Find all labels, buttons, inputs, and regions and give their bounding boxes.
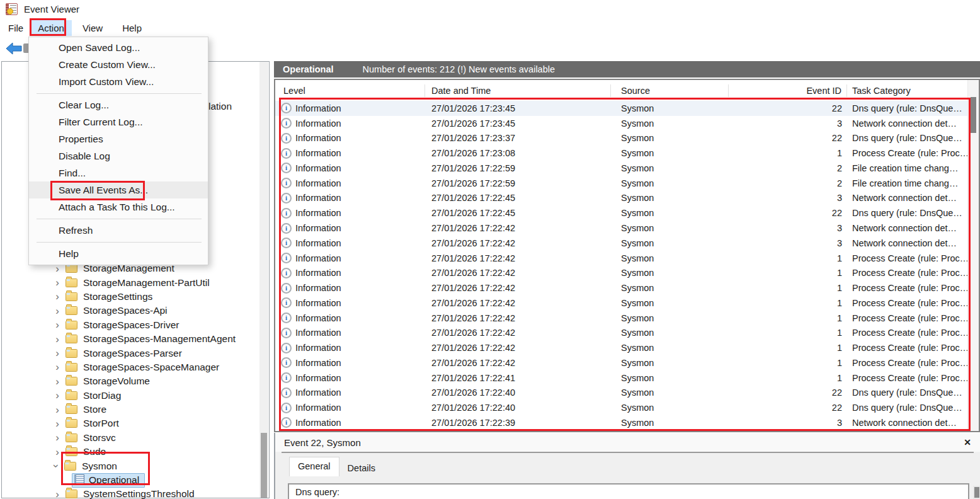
tab-details[interactable]: Details — [339, 461, 384, 476]
preview-scrollbar[interactable] — [973, 486, 980, 499]
table-row[interactable]: iInformation27/01/2026 17:22:45Sysmon22D… — [275, 205, 968, 221]
menu-item-attach-a-task-to-this-log[interactable]: Attach a Task To this Log... — [29, 198, 208, 215]
table-row[interactable]: iInformation27/01/2026 17:23:45Sysmon22D… — [275, 101, 968, 116]
menubar-item-help[interactable]: Help — [115, 20, 149, 36]
tree-item-systemsettingsthreshold[interactable]: ›SystemSettingsThreshold — [2, 487, 259, 499]
log-file-icon — [74, 474, 84, 485]
table-row[interactable]: iInformation27/01/2026 17:22:59Sysmon2Fi… — [275, 161, 968, 176]
tree-item-store[interactable]: ›Store — [2, 403, 259, 416]
column-header-level[interactable]: Level — [275, 84, 425, 97]
tree-item-truncated[interactable]: lation — [208, 101, 232, 112]
event-list-scrollbar-thumb[interactable] — [971, 97, 976, 133]
chevron-right-icon[interactable]: › — [52, 277, 62, 288]
chevron-right-icon[interactable]: › — [52, 291, 62, 302]
event-description-box[interactable]: Dns query: — [288, 483, 969, 499]
column-header-event-id[interactable]: Event ID — [729, 84, 847, 97]
task-category-cell: Network connection det… — [847, 118, 968, 129]
event-id-cell: 2 — [729, 178, 847, 188]
table-row[interactable]: iInformation27/01/2026 17:22:42Sysmon1Pr… — [275, 325, 968, 340]
chevron-right-icon[interactable]: › — [52, 362, 62, 372]
table-row[interactable]: iInformation27/01/2026 17:22:39Sysmon3Ne… — [275, 415, 968, 430]
menubar-item-file[interactable]: File — [1, 20, 30, 36]
chevron-right-icon[interactable]: › — [52, 447, 62, 457]
menu-item-properties[interactable]: Properties — [29, 130, 208, 147]
event-id-cell: 3 — [729, 193, 847, 203]
tree-item-storagespaces-spacemanager[interactable]: ›StorageSpaces-SpaceManager — [2, 360, 259, 374]
column-header-date-and-time[interactable]: Date and Time — [425, 84, 611, 97]
tree-item-storagespaces-driver[interactable]: ›StorageSpaces-Driver — [2, 318, 259, 332]
preview-scrollbar-thumb[interactable] — [974, 487, 979, 498]
level-text: Information — [295, 253, 341, 263]
information-icon: i — [281, 133, 292, 144]
table-row[interactable]: iInformation27/01/2026 17:23:45Sysmon3Ne… — [275, 116, 968, 131]
back-arrow-icon[interactable] — [6, 42, 22, 55]
chevron-right-icon[interactable]: › — [52, 334, 62, 345]
menu-item-create-custom-view[interactable]: Create Custom View... — [29, 56, 208, 73]
tree-item-storagesettings[interactable]: ›StorageSettings — [2, 290, 259, 304]
menu-item-import-custom-view[interactable]: Import Custom View... — [29, 73, 208, 90]
tab-general[interactable]: General — [289, 457, 339, 476]
table-row[interactable]: iInformation27/01/2026 17:22:40Sysmon22D… — [275, 400, 968, 415]
tree-item-storagespaces-managementagent[interactable]: ›StorageSpaces-ManagementAgent — [2, 332, 259, 346]
tree-scrollbar[interactable] — [259, 62, 268, 498]
table-row[interactable]: iInformation27/01/2026 17:23:37Sysmon22D… — [275, 131, 968, 146]
level-cell: iInformation — [275, 223, 425, 234]
event-list-scrollbar[interactable] — [967, 80, 979, 431]
chevron-down-icon[interactable]: › — [51, 461, 62, 471]
menu-item-help[interactable]: Help — [29, 245, 208, 262]
table-row[interactable]: iInformation27/01/2026 17:22:42Sysmon3Ne… — [275, 236, 968, 251]
level-text: Information — [295, 133, 341, 143]
tree-item-sysmon[interactable]: ›Sysmon — [2, 459, 259, 473]
menu-separator — [29, 90, 208, 96]
tree-item-operational[interactable]: Operational — [2, 473, 259, 487]
menu-item-find[interactable]: Find... — [29, 164, 208, 181]
column-header-task-category[interactable]: Task Category — [847, 84, 968, 97]
menu-item-disable-log[interactable]: Disable Log — [29, 147, 208, 164]
tree-item-storagevolume[interactable]: ›StorageVolume — [2, 374, 259, 388]
event-list: LevelDate and TimeSourceEvent IDTask Cat… — [274, 79, 980, 432]
chevron-right-icon[interactable]: › — [52, 489, 62, 499]
menu-item-open-saved-log[interactable]: Open Saved Log... — [29, 39, 208, 56]
table-row[interactable]: iInformation27/01/2026 17:22:41Sysmon1Pr… — [275, 370, 968, 386]
chevron-right-icon[interactable]: › — [52, 432, 62, 443]
table-row[interactable]: iInformation27/01/2026 17:22:40Sysmon22D… — [275, 386, 968, 401]
chevron-right-icon[interactable]: › — [52, 319, 62, 330]
close-icon[interactable]: ✕ — [964, 437, 971, 447]
level-cell: iInformation — [275, 253, 425, 263]
preview-divider — [282, 452, 974, 453]
table-row[interactable]: iInformation27/01/2026 17:22:59Sysmon2Fi… — [275, 176, 968, 191]
chevron-right-icon[interactable]: › — [52, 418, 62, 429]
table-row[interactable]: iInformation27/01/2026 17:22:42Sysmon1Pr… — [275, 251, 968, 266]
table-row[interactable]: iInformation27/01/2026 17:22:42Sysmon1Pr… — [275, 295, 968, 311]
table-row[interactable]: iInformation27/01/2026 17:22:42Sysmon1Pr… — [275, 340, 968, 355]
chevron-right-icon[interactable]: › — [52, 390, 62, 401]
table-row[interactable]: iInformation27/01/2026 17:22:45Sysmon3Ne… — [275, 191, 968, 206]
column-header-source[interactable]: Source — [611, 84, 729, 97]
chevron-right-icon[interactable]: › — [52, 404, 62, 415]
tree-item-storagespaces-api[interactable]: ›StorageSpaces-Api — [2, 304, 259, 318]
table-row[interactable]: iInformation27/01/2026 17:22:42Sysmon1Pr… — [275, 355, 968, 370]
chevron-right-icon[interactable]: › — [52, 306, 62, 316]
chevron-right-icon[interactable]: › — [52, 376, 62, 387]
table-row[interactable]: iInformation27/01/2026 17:22:42Sysmon3Ne… — [275, 221, 968, 236]
tree-item-sudo[interactable]: ›Sudo — [2, 445, 259, 459]
chevron-right-icon[interactable]: › — [52, 348, 62, 358]
table-row[interactable]: iInformation27/01/2026 17:22:42Sysmon1Pr… — [275, 265, 968, 280]
tree-item-storagemanagement-partutil[interactable]: ›StorageManagement-PartUtil — [2, 275, 259, 289]
tree-scrollbar-thumb[interactable] — [261, 433, 267, 498]
menu-item-clear-log[interactable]: Clear Log... — [29, 96, 208, 113]
task-category-cell: File creation time chang… — [847, 163, 968, 173]
menu-item-filter-current-log[interactable]: Filter Current Log... — [29, 113, 208, 130]
tree-item-storport[interactable]: ›StorPort — [2, 416, 259, 430]
menu-item-refresh[interactable]: Refresh — [29, 222, 208, 239]
menubar-item-view[interactable]: View — [75, 20, 110, 36]
table-row[interactable]: iInformation27/01/2026 17:23:08Sysmon1Pr… — [275, 146, 968, 161]
tree-item-storsvc[interactable]: ›Storsvc — [2, 431, 259, 445]
level-text: Information — [295, 208, 341, 218]
menu-item-save-all-events-as[interactable]: Save All Events As... — [29, 181, 208, 198]
table-row[interactable]: iInformation27/01/2026 17:22:42Sysmon1Pr… — [275, 311, 968, 326]
table-row[interactable]: iInformation27/01/2026 17:22:42Sysmon1Pr… — [275, 280, 968, 295]
tree-item-stordiag[interactable]: ›StorDiag — [2, 389, 259, 403]
tree-item-storagespaces-parser[interactable]: ›StorageSpaces-Parser — [2, 346, 259, 360]
menubar-item-action[interactable]: Action — [30, 20, 72, 36]
